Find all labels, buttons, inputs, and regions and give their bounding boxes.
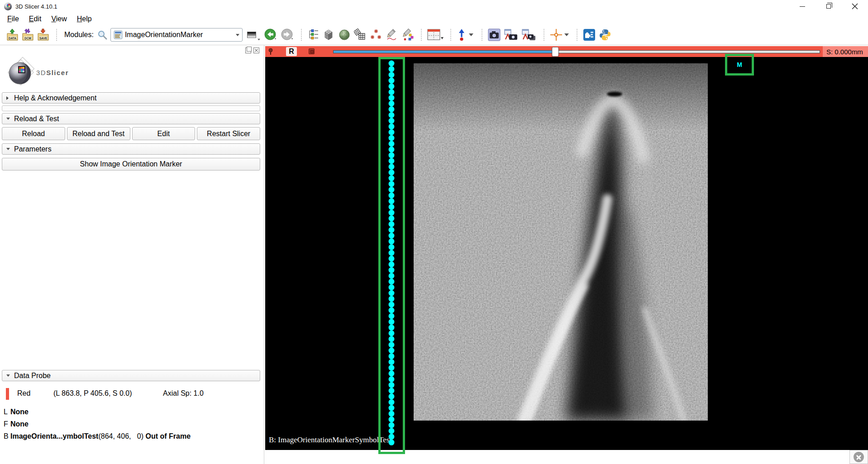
corner-annotation: B: ImageOrientationMarkerSymbolTest (269, 436, 391, 445)
collapsed-arrow-icon (6, 96, 9, 100)
reload-button[interactable]: Reload (2, 127, 65, 140)
crosshair-icon (550, 28, 570, 41)
subject-hierarchy-icon (307, 29, 319, 41)
restart-slicer-button[interactable]: Restart Slicer (197, 127, 260, 140)
toolbar-separator (482, 29, 484, 41)
mouse-mode-button[interactable] (457, 28, 475, 42)
module-selected-label: ImageOrientationMarker (125, 31, 236, 39)
orientation-marker-letter: M (737, 61, 742, 68)
sceneview-capture-button[interactable] (504, 28, 518, 42)
python-console-button[interactable] (599, 28, 611, 42)
markups-fiducial-icon (370, 28, 382, 41)
menu-view[interactable]: View (48, 14, 70, 24)
pin-icon[interactable] (267, 48, 274, 55)
annotations-ruler-button[interactable] (386, 28, 398, 42)
layout-selector-button[interactable] (427, 28, 444, 42)
slicer-logo-text: 3DSlicer (36, 69, 69, 76)
models-sphere-icon (338, 28, 351, 41)
undock-panel-icon[interactable] (245, 47, 251, 53)
probe-layer-f: FNone (4, 420, 29, 428)
search-icon (97, 30, 107, 40)
load-data-icon: DATA (6, 28, 19, 41)
slice-name: Red (17, 389, 30, 398)
screenshot-button[interactable] (488, 28, 501, 42)
section-parameters[interactable]: Parameters (2, 143, 260, 155)
subject-hierarchy-button[interactable] (307, 28, 319, 42)
probe-layer-b: BImageOrienta...ymbolTest(864, 406, 0) O… (4, 432, 191, 440)
module-icon (114, 30, 123, 39)
models-module-button[interactable] (338, 28, 351, 42)
svg-text:SAVE: SAVE (39, 37, 48, 40)
screenshot-camera-icon (488, 28, 501, 41)
slice-orientation-label: R (286, 47, 297, 56)
slice-offset-value: S: 0.000mm (823, 46, 868, 57)
mouse-mode-icon (457, 28, 475, 41)
toolbar-separator (56, 29, 59, 41)
data-module-button[interactable] (322, 28, 335, 42)
slice-slider-handle[interactable] (552, 47, 558, 57)
menu-edit[interactable]: Edit (25, 14, 45, 24)
transforms-module-button[interactable] (354, 28, 367, 42)
extensions-manager-button[interactable] (583, 28, 596, 42)
show-orientation-marker-button[interactable]: Show Image Orientation Marker (2, 158, 260, 170)
toolbar-separator (421, 29, 424, 41)
main-toolbar: DATA DCM SAVE Modules: (0, 25, 868, 45)
dismiss-notification-button[interactable] (849, 450, 868, 464)
sceneview-restore-button[interactable] (521, 28, 537, 42)
section-help-acknowledgement[interactable]: Help & Acknowledgement (2, 92, 260, 104)
annotations-color-button[interactable] (401, 28, 414, 42)
load-data-button[interactable]: DATA (6, 28, 19, 42)
crosshair-button[interactable] (550, 28, 570, 42)
reload-and-test-button[interactable]: Reload and Test (67, 127, 130, 140)
module-forward-button[interactable] (281, 28, 294, 42)
slicer-logo: 3DSlicer (5, 56, 104, 88)
python-icon (599, 28, 611, 41)
close-panel-icon[interactable] (253, 47, 259, 53)
line-highlight-rectangle (378, 57, 405, 454)
minimize-icon (800, 6, 805, 7)
dicom-button[interactable]: DCM (22, 28, 34, 42)
svg-text:DCM: DCM (24, 37, 31, 40)
annotation-pencil-icon (386, 28, 398, 41)
red-slice-view: R S: 0.000mm (264, 45, 868, 464)
expanded-arrow-icon (6, 374, 10, 377)
main-area: 3DSlicer Help & Acknowledgement Reload &… (0, 45, 868, 464)
markups-module-button[interactable] (370, 28, 382, 42)
ultrasound-image (414, 63, 708, 421)
section-data-probe[interactable]: Data Probe (2, 370, 260, 381)
close-button[interactable] (842, 0, 868, 13)
slice-viewport[interactable]: B: ImageOrientationMarkerSymbolTest (265, 57, 868, 450)
chevron-down-icon (236, 34, 239, 36)
slice-spacing: Axial Sp: 1.0 (163, 389, 204, 398)
restore-button[interactable] (816, 0, 842, 13)
slice-menu-icon[interactable] (309, 48, 315, 54)
red-slice-color-chip (6, 388, 9, 400)
toolbar-separator (450, 29, 453, 41)
sceneview-restore-icon (521, 28, 537, 41)
edit-button[interactable]: Edit (132, 127, 196, 140)
forward-arrow-icon (281, 28, 294, 42)
module-search-button[interactable] (97, 28, 107, 42)
slice-offset-slider[interactable] (333, 50, 820, 53)
module-history-button[interactable] (247, 28, 261, 42)
menu-bar: File Edit View Help (0, 13, 868, 25)
menu-file[interactable]: File (4, 14, 23, 24)
toolbar-separator (544, 29, 546, 41)
extensions-icon (583, 28, 596, 41)
close-circle-icon (854, 452, 864, 462)
slider-fill (334, 51, 555, 53)
data-probe-slice-row: Red (L 863.8, P 405.6, S 0.0) Axial Sp: … (0, 388, 264, 400)
save-button[interactable]: SAVE (37, 28, 49, 42)
menu-help[interactable]: Help (73, 14, 95, 24)
section-reload-test[interactable]: Reload & Test (2, 113, 260, 124)
collapsed-section-body (2, 105, 260, 111)
module-selector[interactable]: ImageOrientationMarker (110, 28, 243, 42)
minimize-button[interactable] (789, 0, 816, 13)
module-back-button[interactable] (264, 28, 277, 42)
toolbar-separator (577, 29, 579, 41)
bottom-strip (264, 450, 868, 464)
title-bar: 3D Slicer 4.10.1 (0, 0, 868, 13)
modules-label: Modules: (64, 31, 94, 39)
dicom-icon: DCM (22, 28, 34, 41)
window-controls (789, 0, 868, 13)
